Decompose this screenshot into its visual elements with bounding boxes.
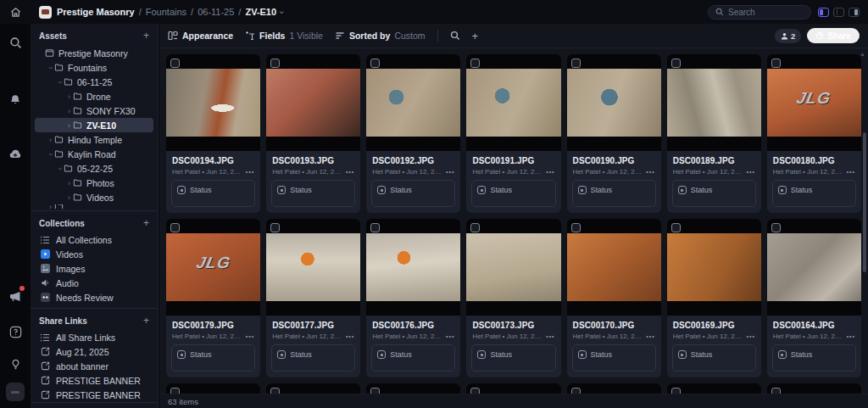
more-options-icon[interactable]: ••• [743,169,754,175]
share-link-prestige-banner[interactable]: PRESTIGE BANNER [35,373,153,388]
thumbnail-checkbox[interactable] [270,388,280,394]
vertical-scrollbar[interactable] [863,132,866,272]
scroll-up-arrow-icon[interactable]: ▲ [860,51,865,57]
asset-thumbnail[interactable] [266,383,360,394]
global-search[interactable] [708,5,811,20]
share-link-aug-21-2025[interactable]: Aug 21, 2025 [35,344,153,359]
tree-item-sony-fx30[interactable]: ›SONY FX30 [35,103,153,118]
more-options-icon[interactable]: ••• [242,333,254,339]
chevron-right-icon[interactable]: › [65,193,73,202]
breadcrumb-workspace[interactable]: Prestige Masonry [57,7,135,17]
asset-thumbnail[interactable] [266,219,360,316]
status-field[interactable]: Status [377,350,449,359]
asset-thumbnail[interactable] [466,383,560,394]
asset-thumbnail[interactable] [466,219,560,316]
more-options-icon[interactable]: ••• [843,333,855,339]
share-link-prestige-banner[interactable]: PRESTIGE BANNER [35,388,153,402]
tree-item-05-22-25[interactable]: ›05-22-25 [35,161,153,176]
more-options-icon[interactable]: ••• [242,169,254,175]
asset-thumbnail[interactable] [767,383,861,394]
add-asset-icon[interactable]: + [143,31,149,41]
collaborators-badge[interactable]: 2 [775,29,801,43]
toggle-right-panel-icon[interactable] [849,8,860,17]
thumbnail-checkbox[interactable] [571,223,581,232]
status-field[interactable]: Status [578,186,650,194]
tree-item-videos[interactable]: ›Videos [35,190,153,204]
chevron-right-icon[interactable]: › [65,107,73,115]
toggle-left-panel-icon[interactable] [818,8,829,17]
breadcrumb-current[interactable]: ZV-E10 [245,7,276,17]
workspace-avatar[interactable] [6,383,25,401]
thumbnail-checkbox[interactable] [370,223,380,232]
notifications-button[interactable] [5,90,25,110]
collection-needs-review[interactable]: Needs Review [35,290,153,305]
asset-thumbnail[interactable] [466,54,560,151]
more-options-icon[interactable]: ••• [643,333,654,339]
status-field[interactable]: Status [778,350,850,359]
status-field[interactable]: Status [778,186,850,194]
chevron-down-icon[interactable]: › [56,78,64,86]
asset-thumbnail[interactable] [667,383,761,394]
status-field[interactable]: Status [277,186,349,194]
home-button[interactable] [0,7,31,18]
asset-thumbnail[interactable] [366,383,460,394]
search-input[interactable] [728,8,796,17]
more-options-icon[interactable]: ••• [643,169,654,175]
asset-thumbnail[interactable] [567,383,661,394]
tree-item-zv-e10[interactable]: ›ZV-E10 [35,118,153,132]
thumbnail-checkbox[interactable] [470,59,480,68]
asset-thumbnail[interactable] [166,54,260,151]
thumbnail-checkbox[interactable] [771,59,781,68]
chevron-right-icon[interactable]: › [47,204,54,209]
more-options-icon[interactable]: ••• [542,333,554,339]
breadcrumb-segment[interactable]: 06-11-25 [198,7,234,17]
asset-card[interactable]: DSC00176.JPGHet Patel • Jun 12, 2025, …•… [366,219,460,377]
thumbnail-checkbox[interactable] [571,388,581,394]
more-options-icon[interactable]: ••• [342,333,354,339]
thumbnail-checkbox[interactable] [370,388,380,394]
chevron-down-icon[interactable]: › [47,150,55,158]
toggle-split-panel-icon[interactable] [833,8,844,17]
asset-card[interactable] [266,383,360,394]
asset-thumbnail[interactable] [767,219,861,316]
asset-card[interactable] [366,383,460,394]
thumbnail-checkbox[interactable] [771,223,781,232]
asset-card[interactable]: JLGDSC00180.JPGHet Patel • Jun 12, 2025,… [767,54,861,213]
more-options-icon[interactable]: ••• [342,169,354,175]
workspace-logo[interactable] [39,6,52,19]
status-field[interactable]: Status [578,350,650,359]
asset-card[interactable]: DSC00192.JPGHet Patel • Jun 12, 2025, …•… [366,54,460,213]
asset-thumbnail[interactable] [667,219,761,316]
status-field[interactable]: Status [277,350,349,359]
thumbnail-checkbox[interactable] [771,388,781,394]
chevron-right-icon[interactable]: › [65,179,73,187]
add-collection-icon[interactable]: + [143,218,149,228]
search-nav-button[interactable] [5,32,25,53]
chevron-right-icon[interactable]: › [65,92,73,101]
whats-new-button[interactable] [5,286,25,306]
thumbnail-checkbox[interactable] [270,223,280,232]
asset-thumbnail[interactable] [366,219,460,316]
thumbnail-checkbox[interactable] [370,59,380,68]
status-field[interactable]: Status [477,186,549,194]
feedback-button[interactable] [5,354,25,374]
chevron-right-icon[interactable]: › [47,136,54,144]
share-button[interactable]: Share [807,28,860,43]
status-field[interactable]: Status [477,350,549,359]
asset-card[interactable]: DSC00191.JPGHet Patel • Jun 12, 2025, …•… [466,54,560,213]
asset-thumbnail[interactable]: JLG [166,219,260,316]
status-field[interactable]: Status [678,186,750,194]
asset-card[interactable] [767,383,861,394]
asset-thumbnail[interactable]: JLG [767,54,861,151]
thumbnail-checkbox[interactable] [671,59,681,68]
collection-all-collections[interactable]: All Collections [35,232,153,247]
collection-images[interactable]: Images [35,261,153,276]
grid-search-button[interactable] [450,31,460,41]
thumbnail-checkbox[interactable] [470,223,480,232]
add-view-button[interactable]: + [472,30,479,42]
thumbnail-checkbox[interactable] [170,388,180,394]
asset-card[interactable]: DSC00173.JPGHet Patel • Jun 12, 2025, …•… [466,219,560,377]
tree-item-hindu-temple[interactable]: ›Hindu Temple [35,132,153,147]
help-button[interactable] [5,321,25,342]
asset-card[interactable]: JLGDSC00179.JPGHet Patel • Jun 12, 2025,… [166,219,260,377]
